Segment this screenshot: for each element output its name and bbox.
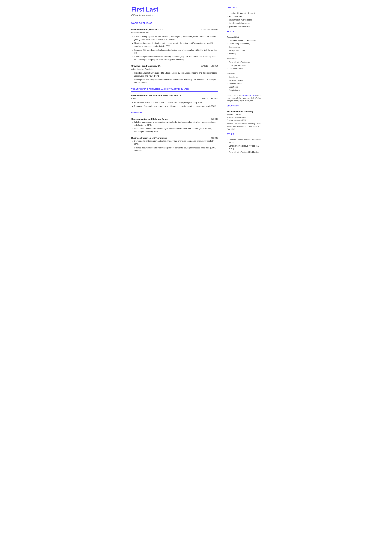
volunteer-bullets-1: Proofread memos, documents and contracts…	[134, 101, 218, 108]
bullet-item: Resolved office equipment issues by trou…	[134, 105, 218, 108]
work-experience-divider	[131, 26, 218, 26]
contact-divider	[227, 10, 263, 10]
bullet-item: Discovered 12 calendar apps that sync se…	[134, 127, 218, 133]
contact-item-email: email@resumeworded.com	[227, 19, 263, 21]
techniques-label: Techniques:	[227, 57, 263, 60]
technical-skills-list: Office Administration (Advanced) Data En…	[227, 39, 263, 55]
contact-list: Honolulu, HI (Open to Remote) +1-234-456…	[227, 12, 263, 28]
job-role-2: Administrative Specialist	[131, 68, 218, 71]
other-item: Microsoft Office Specialist Certificatio…	[227, 138, 263, 144]
bullet-item: Initiated a procedure to communicate wit…	[134, 121, 218, 127]
contact-item-github: github.com/resumeworded	[227, 25, 263, 28]
skill-item: Microsoft Excel	[227, 82, 263, 85]
contact-item-phone: +1-234-456-789	[227, 15, 263, 18]
edu-awards: Awards: Resume Worded Teaching Fellow (o…	[227, 122, 263, 131]
other-header: OTHER	[227, 133, 263, 136]
edu-location: Boston, MA — 05/2010	[227, 119, 263, 122]
projects-header: PROJECTS	[131, 111, 218, 114]
skills-header: SKILLS	[227, 30, 263, 33]
skill-item: Receptionist Duties	[227, 49, 263, 52]
job-bullets-2: Provided administrative support to 12 su…	[134, 71, 218, 84]
skill-item: Bookkeeping	[227, 46, 263, 49]
job-block-2: Growthsi, San Francisco, CA 06/2010 – 12…	[131, 64, 218, 84]
scan-note-pre: Don't forget to use	[227, 94, 242, 96]
job-dates-1: 01/2015 – Present	[201, 28, 218, 31]
project-bullets-1: Initiated a procedure to communicate wit…	[134, 121, 218, 133]
project-title-1: Communication and Calendar Tools	[131, 118, 168, 121]
job-dates-2: 06/2010 – 12/2014	[201, 64, 218, 68]
skill-item: Administrative Assistance	[227, 61, 263, 63]
volunteering-header: VOLUNTEERING ACTIVITIES AND EXTRACURRICU…	[131, 88, 218, 91]
contact-header: CONTACT	[227, 6, 263, 9]
skill-item: Invoicing	[227, 52, 263, 55]
work-experience-header: WORK EXPERIENCE	[131, 22, 218, 25]
skill-item: Data Entry (Experienced)	[227, 42, 263, 45]
bullet-item: Maintained an organized calendar to keep…	[134, 42, 218, 48]
right-column: CONTACT Honolulu, HI (Open to Remote) +1…	[223, 0, 267, 201]
skill-item: Customer Support	[227, 67, 263, 70]
job-block-1: Resume Worded, New York, NY 01/2015 – Pr…	[131, 28, 218, 61]
other-divider	[227, 137, 263, 137]
contact-item-location: Honolulu, HI (Open to Remote)	[227, 12, 263, 15]
edu-field: Business Administration	[227, 116, 263, 119]
skill-item: Salesforce	[227, 76, 263, 78]
job-company-2: Growthsi, San Francisco, CA	[131, 64, 161, 68]
bullet-item: Developed client retention and sales str…	[134, 140, 218, 146]
edu-school: Resume Worded University	[227, 110, 263, 113]
volunteer-company-1: Resume Worded's Business Society, New Yo…	[131, 94, 183, 97]
bullet-item: Created documentation for negotiating ve…	[134, 146, 218, 152]
software-list: Salesforce Microsoft Outlook Microsoft E…	[227, 76, 263, 92]
project-block-1: Communication and Calendar Tools 05/2009…	[131, 118, 218, 133]
bullet-item: Proofread memos, documents and contracts…	[134, 101, 218, 104]
job-bullets-1: Created a filing system for 4.6K incomin…	[134, 35, 218, 61]
bullet-item: Prepared 200 reports on sales figures, b…	[134, 49, 218, 55]
bullet-item: Created a filing system for 4.6K incomin…	[134, 35, 218, 41]
software-label: Software:	[227, 72, 263, 75]
project-date-1: 05/2009	[210, 118, 218, 121]
bullet-item: Provided administrative support to 12 su…	[134, 71, 218, 77]
education-divider	[227, 108, 263, 108]
other-item: Certified Administrative Professional (C…	[227, 145, 263, 150]
bullet-item: Developed a new filing system for execut…	[134, 78, 218, 84]
job-role-1: Office Administrator	[131, 31, 218, 34]
skill-item: Office Administration (Advanced)	[227, 39, 263, 42]
bullet-item: Conducted general administrative tasks b…	[134, 55, 218, 61]
project-bullets-2: Developed client retention and sales str…	[134, 140, 218, 152]
volunteer-role-dates-1: Clerk 06/2009 – 04/2010	[131, 97, 218, 101]
scan-note: Don't forget to use Resume Worded to sca…	[227, 94, 263, 102]
other-list: Microsoft Office Specialist Certificatio…	[227, 138, 263, 154]
project-header-2: Business Improvement Techniques 04/2009	[131, 136, 218, 140]
skill-item: Google Docs	[227, 89, 263, 92]
volunteer-role-1: Clerk	[131, 97, 136, 100]
project-date-2: 04/2009	[210, 136, 218, 140]
contact-item-linkedin: linkedin.com/in/username	[227, 22, 263, 25]
edu-degree: Bachelor of Arts	[227, 113, 263, 116]
technical-skill-label: Technical Skill:	[227, 36, 263, 39]
project-block-2: Business Improvement Techniques 04/2009 …	[131, 136, 218, 152]
job-company-1: Resume Worded, New York, NY	[131, 28, 163, 31]
job-header-1: Resume Worded, New York, NY 01/2015 – Pr…	[131, 28, 218, 31]
other-item: Administrative Assistant Certification	[227, 151, 263, 154]
skill-item: Microsoft Outlook	[227, 79, 263, 82]
candidate-title: Office Administrator	[131, 14, 218, 17]
job-header-2: Growthsi, San Francisco, CA 06/2010 – 12…	[131, 64, 218, 68]
candidate-name: First Last	[131, 6, 218, 13]
project-title-2: Business Improvement Techniques	[131, 136, 167, 140]
volunteer-header-1: Resume Worded's Business Society, New Yo…	[131, 94, 218, 97]
project-header-1: Communication and Calendar Tools 05/2009	[131, 118, 218, 121]
education-header: EDUCATION	[227, 104, 263, 107]
volunteer-dates-1: 06/2009 – 04/2010	[201, 97, 218, 100]
skill-item: LexisNexis	[227, 86, 263, 88]
techniques-list: Administrative Assistance Employee Relat…	[227, 61, 263, 70]
volunteer-block-1: Resume Worded's Business Society, New Yo…	[131, 94, 218, 108]
skill-item: Employee Relations	[227, 64, 263, 67]
resume-worded-link[interactable]: Resume Worded	[242, 94, 256, 96]
projects-divider	[131, 115, 218, 115]
left-column: First Last Office Administrator WORK EXP…	[125, 0, 223, 201]
